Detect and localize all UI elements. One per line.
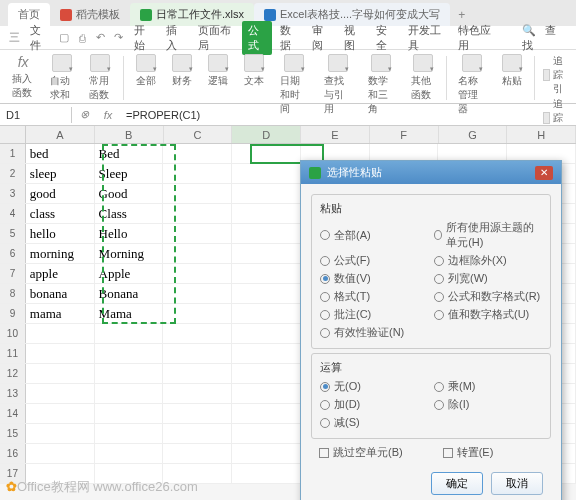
cell[interactable]	[232, 344, 301, 363]
cell[interactable]: bed	[26, 144, 95, 163]
row-header[interactable]: 10	[0, 324, 26, 343]
ribbon-text[interactable]: 文本	[238, 52, 270, 90]
opt-theme[interactable]: 所有使用源主题的单元(H)	[434, 220, 542, 250]
menu-formula[interactable]: 公式	[242, 21, 272, 55]
menu-file[interactable]: 文件	[24, 21, 54, 55]
row-header[interactable]: 15	[0, 424, 26, 443]
chk-transpose[interactable]: 转置(E)	[443, 445, 494, 460]
ribbon-all[interactable]: 全部	[130, 52, 162, 90]
menu-data[interactable]: 数据	[274, 21, 304, 55]
cell[interactable]	[163, 144, 232, 163]
opt-formula[interactable]: 公式(F)	[320, 253, 428, 268]
menu-insert[interactable]: 插入	[160, 21, 190, 55]
cell[interactable]	[232, 204, 301, 223]
opt-noborder[interactable]: 边框除外(X)	[434, 253, 542, 268]
ribbon-common[interactable]: 常用函数	[83, 52, 117, 104]
cell[interactable]	[232, 184, 301, 203]
cell[interactable]	[232, 164, 301, 183]
cell[interactable]	[163, 384, 232, 403]
cell[interactable]	[163, 224, 232, 243]
op-mul[interactable]: 乘(M)	[434, 379, 542, 394]
cell[interactable]	[232, 304, 301, 323]
cell[interactable]	[95, 344, 164, 363]
cell[interactable]: Apple	[95, 264, 164, 283]
opt-all[interactable]: 全部(A)	[320, 220, 428, 250]
row-header[interactable]: 11	[0, 344, 26, 363]
chk-skipblank[interactable]: 跳过空单元(B)	[319, 445, 403, 460]
cell[interactable]	[163, 244, 232, 263]
cell[interactable]: Bonana	[95, 284, 164, 303]
menu-layout[interactable]: 页面布局	[192, 21, 240, 55]
ribbon-paste[interactable]: 粘贴	[496, 52, 528, 90]
row-header[interactable]: 7	[0, 264, 26, 283]
search-button[interactable]: 🔍 查找	[516, 21, 570, 55]
row-header[interactable]: 2	[0, 164, 26, 183]
cell[interactable]: Mama	[95, 304, 164, 323]
row-header[interactable]: 1	[0, 144, 26, 163]
col-C[interactable]: C	[164, 126, 233, 143]
fx-label[interactable]: fx	[96, 109, 120, 121]
cell[interactable]	[232, 404, 301, 423]
undo-icon[interactable]: ↶	[92, 30, 108, 46]
cell[interactable]: apple	[26, 264, 95, 283]
print-icon[interactable]: ⎙	[74, 30, 90, 46]
opt-colwidth[interactable]: 列宽(W)	[434, 271, 542, 286]
cell[interactable]: Morning	[95, 244, 164, 263]
row-header[interactable]: 6	[0, 244, 26, 263]
row-header[interactable]: 12	[0, 364, 26, 383]
cell[interactable]	[232, 364, 301, 383]
row-header[interactable]: 16	[0, 444, 26, 463]
op-div[interactable]: 除(I)	[434, 397, 542, 412]
cell[interactable]	[163, 404, 232, 423]
cell[interactable]: bonana	[26, 284, 95, 303]
cell[interactable]: Sleep	[95, 164, 164, 183]
cell[interactable]: mama	[26, 304, 95, 323]
opt-valid[interactable]: 有效性验证(N)	[320, 325, 428, 340]
row-header[interactable]: 8	[0, 284, 26, 303]
opt-format[interactable]: 格式(T)	[320, 289, 428, 304]
cell[interactable]	[163, 344, 232, 363]
cell[interactable]	[163, 304, 232, 323]
opt-formnum[interactable]: 公式和数字格式(R)	[434, 289, 542, 304]
cell[interactable]	[163, 184, 232, 203]
menu-view[interactable]: 视图	[338, 21, 368, 55]
cell[interactable]	[95, 444, 164, 463]
name-box[interactable]: D1	[0, 107, 72, 123]
row-header[interactable]: 9	[0, 304, 26, 323]
opt-valnum[interactable]: 值和数字格式(U)	[434, 307, 542, 322]
cell[interactable]	[26, 344, 95, 363]
save-icon[interactable]: ▢	[56, 30, 72, 46]
menu-icon[interactable]: 三	[6, 30, 22, 46]
cancel-button[interactable]: 取消	[491, 472, 543, 495]
opt-values[interactable]: 数值(V)	[320, 271, 428, 286]
cell[interactable]	[163, 364, 232, 383]
cell[interactable]	[95, 424, 164, 443]
cell[interactable]	[163, 164, 232, 183]
cell[interactable]: Bed	[95, 144, 164, 163]
cell[interactable]	[26, 364, 95, 383]
cell[interactable]: good	[26, 184, 95, 203]
cell[interactable]	[232, 284, 301, 303]
cell[interactable]	[95, 364, 164, 383]
close-icon[interactable]: ✕	[535, 166, 553, 180]
cell[interactable]: class	[26, 204, 95, 223]
col-F[interactable]: F	[370, 126, 439, 143]
cell[interactable]	[26, 384, 95, 403]
col-E[interactable]: E	[301, 126, 370, 143]
cell[interactable]	[232, 424, 301, 443]
cell[interactable]	[232, 444, 301, 463]
tab-template[interactable]: 稻壳模板	[50, 3, 130, 26]
op-add[interactable]: 加(D)	[320, 397, 428, 412]
row-header[interactable]: 5	[0, 224, 26, 243]
cell[interactable]	[163, 444, 232, 463]
ok-button[interactable]: 确定	[431, 472, 483, 495]
cell[interactable]	[26, 444, 95, 463]
row-header[interactable]: 3	[0, 184, 26, 203]
menu-security[interactable]: 安全	[370, 21, 400, 55]
col-H[interactable]: H	[507, 126, 576, 143]
redo-icon[interactable]: ↷	[110, 30, 126, 46]
row-header[interactable]: 14	[0, 404, 26, 423]
row-header[interactable]: 13	[0, 384, 26, 403]
cell[interactable]	[232, 244, 301, 263]
row-header[interactable]: 4	[0, 204, 26, 223]
